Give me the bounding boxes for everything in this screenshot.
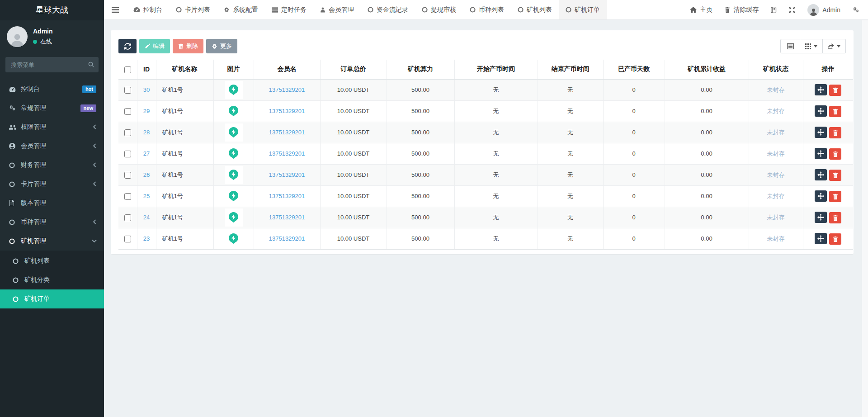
member-link[interactable]: 13751329201 [269, 86, 305, 93]
settings-button[interactable] [853, 7, 860, 13]
content-panel: 编辑 删除 更多 ID矿机名称图片会员名订单总价矿机算力开始产币时间结束产币时间… [111, 30, 854, 254]
sidebar-item-币种管理[interactable]: 币种管理 [0, 213, 104, 232]
more-button[interactable]: 更多 [206, 39, 237, 53]
sidebar-subitem-矿机分类[interactable]: 矿机分类 [0, 270, 104, 289]
nav-tab-控制台[interactable]: 控制台 [127, 0, 169, 19]
refresh-button[interactable] [118, 39, 137, 53]
row-id-link[interactable]: 29 [143, 108, 150, 114]
sidebar-item-控制台[interactable]: 控制台hot [0, 80, 104, 99]
member-link[interactable]: 13751329201 [269, 171, 305, 178]
miner-image[interactable] [225, 145, 243, 163]
nav-tab-定时任务[interactable]: 定时任务 [265, 0, 313, 19]
sidebar-item-权限管理[interactable]: 权限管理 [0, 118, 104, 137]
member-link[interactable]: 13751329201 [269, 108, 305, 114]
miner-image[interactable] [225, 166, 243, 184]
clear-cache-link[interactable]: 清除缓存 [725, 6, 759, 14]
select-all-checkbox[interactable] [124, 66, 131, 73]
move-row-button[interactable] [815, 212, 827, 223]
nav-tab-提现审核[interactable]: 提现审核 [415, 0, 463, 19]
edit-button[interactable]: 编辑 [139, 39, 170, 53]
sidebar-subitem-矿机列表[interactable]: 矿机列表 [0, 251, 104, 270]
circle-icon [9, 181, 21, 187]
sidebar-item-卡片管理[interactable]: 卡片管理 [0, 175, 104, 194]
move-row-button[interactable] [815, 105, 827, 117]
member-cell: 13751329201 [254, 207, 320, 228]
delete-row-button[interactable] [829, 106, 841, 117]
nav-tab-矿机订单[interactable]: 矿机订单 [559, 0, 607, 19]
row-checkbox[interactable] [124, 151, 131, 157]
nav-tab-系统配置[interactable]: 系统配置 [217, 0, 265, 19]
row-id-link[interactable]: 24 [143, 214, 150, 221]
tasks-icon [272, 7, 278, 13]
miner-image[interactable] [225, 81, 243, 99]
columns-dropdown-button[interactable] [800, 39, 823, 53]
row-id-link[interactable]: 26 [143, 171, 150, 178]
miner-image[interactable] [225, 208, 243, 227]
member-link[interactable]: 13751329201 [269, 235, 305, 242]
sidebar-toggle-button[interactable] [104, 0, 127, 19]
sidebar-item-财务管理[interactable]: 财务管理 [0, 156, 104, 175]
nav-tab-币种列表[interactable]: 币种列表 [463, 0, 511, 19]
row-checkbox[interactable] [124, 193, 131, 200]
miner-image[interactable] [225, 187, 243, 205]
log-button[interactable] [771, 7, 777, 13]
miner-name-cell: 矿机1号 [156, 164, 213, 185]
scrollbar[interactable] [862, 20, 868, 417]
sidebar-item-会员管理[interactable]: 会员管理 [0, 137, 104, 156]
sidebar-item-版本管理[interactable]: 版本管理 [0, 194, 104, 213]
delete-row-button[interactable] [829, 127, 841, 138]
miner-image[interactable] [225, 230, 243, 248]
move-row-button[interactable] [815, 233, 827, 244]
delete-row-button[interactable] [829, 191, 841, 202]
move-row-button[interactable] [815, 148, 827, 159]
delete-row-button[interactable] [829, 212, 841, 223]
row-id-link[interactable]: 27 [143, 150, 150, 157]
row-checkbox[interactable] [124, 87, 131, 94]
row-checkbox[interactable] [124, 214, 131, 221]
member-link[interactable]: 13751329201 [269, 150, 305, 157]
row-checkbox[interactable] [124, 172, 131, 179]
hash-power-cell: 500.00 [387, 122, 454, 143]
profile-menu[interactable]: Admin [807, 4, 840, 16]
row-id-link[interactable]: 23 [143, 235, 150, 242]
delete-row-button[interactable] [829, 148, 841, 160]
row-id-cell: 25 [137, 185, 156, 207]
home-icon [690, 7, 697, 13]
row-id-link[interactable]: 28 [143, 129, 150, 136]
days-produced-cell: 0 [603, 100, 665, 122]
nav-tab-会员管理[interactable]: 会员管理 [313, 0, 361, 19]
fullscreen-button[interactable] [789, 7, 795, 13]
member-link[interactable]: 13751329201 [269, 129, 305, 136]
delete-row-button[interactable] [829, 170, 841, 181]
miner-image[interactable] [225, 102, 243, 120]
sidebar-item-label: 矿机管理 [21, 237, 46, 245]
end-time-cell: 无 [538, 207, 603, 228]
row-id-link[interactable]: 25 [143, 193, 150, 199]
export-dropdown-button[interactable] [823, 39, 846, 53]
days-produced-cell: 0 [603, 164, 665, 185]
nav-tab-矿机列表[interactable]: 矿机列表 [511, 0, 559, 19]
row-id-link[interactable]: 30 [143, 86, 150, 93]
detail-view-button[interactable] [780, 39, 800, 53]
delete-button[interactable]: 删除 [173, 39, 203, 53]
row-checkbox[interactable] [124, 236, 131, 242]
sidebar-subitem-矿机订单[interactable]: 矿机订单 [0, 289, 104, 308]
move-row-button[interactable] [815, 84, 827, 95]
row-checkbox[interactable] [124, 108, 131, 115]
member-link[interactable]: 13751329201 [269, 193, 305, 199]
sidebar-item-常规管理[interactable]: 常规管理new [0, 99, 104, 118]
member-link[interactable]: 13751329201 [269, 214, 305, 221]
sidebar-item-矿机管理[interactable]: 矿机管理 [0, 232, 104, 251]
delete-row-button[interactable] [829, 85, 841, 96]
delete-row-button[interactable] [829, 233, 841, 245]
row-checkbox[interactable] [124, 129, 131, 136]
miner-image[interactable] [225, 123, 243, 142]
search-input[interactable] [5, 57, 99, 72]
move-row-button[interactable] [815, 190, 827, 202]
move-row-button[interactable] [815, 127, 827, 138]
gears-icon [853, 7, 860, 13]
nav-tab-卡片列表[interactable]: 卡片列表 [169, 0, 217, 19]
move-row-button[interactable] [815, 169, 827, 180]
nav-tab-资金流记录[interactable]: 资金流记录 [361, 0, 415, 19]
home-link[interactable]: 主页 [690, 6, 712, 14]
